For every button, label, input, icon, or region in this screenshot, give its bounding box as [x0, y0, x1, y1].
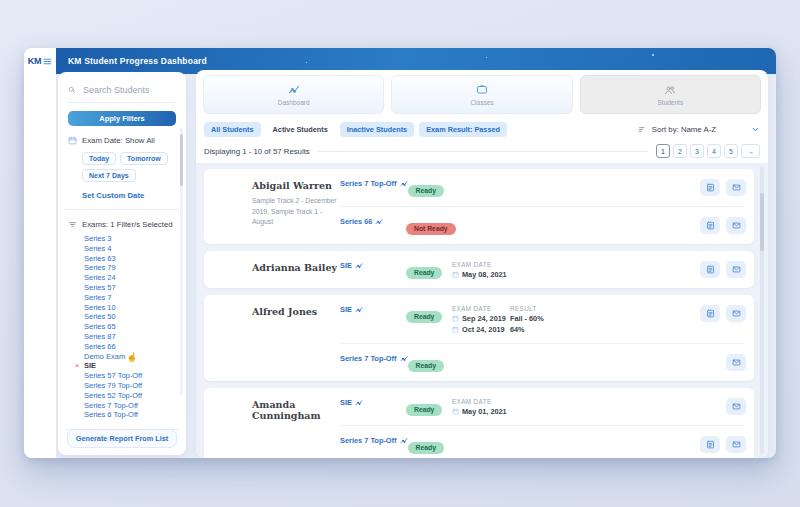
exam-filter-item[interactable]: Series 7 [84, 293, 176, 303]
exam-filter-item[interactable]: Series 79 [84, 263, 176, 273]
exam-filter-item[interactable]: Series 52 Top-Off [84, 391, 176, 401]
mail-button[interactable] [726, 179, 746, 196]
filter-pill[interactable]: Inactive Students [340, 122, 414, 137]
filter-pill[interactable]: All Students [204, 122, 261, 137]
filter-pill[interactable]: Exam Result: Passed [419, 122, 507, 137]
close-icon[interactable]: × [75, 361, 79, 371]
exam-row: SIEReadyEXAM DATEMay 08, 2021 [340, 251, 746, 288]
mail-button[interactable] [726, 436, 746, 453]
exam-date-filter-header[interactable]: Exam Date: Show All [68, 136, 176, 145]
app-title: KM Student Progress Dashboard [68, 56, 207, 66]
trend-icon [400, 437, 408, 445]
exam-filter-item[interactable]: Series 57 [84, 283, 176, 293]
sidebar-scrollbar-thumb[interactable] [180, 134, 183, 186]
exam-link-label: Series 66 [340, 217, 372, 226]
date-quick-button[interactable]: Next 7 Days [82, 169, 136, 182]
exam-filter-item[interactable]: Series 3 [84, 234, 176, 244]
page-button[interactable]: 2 [673, 144, 687, 158]
set-custom-date-link[interactable]: Set Custom Date [82, 191, 176, 200]
exam-date-filter-label: Exam Date: Show All [82, 136, 155, 145]
report-button[interactable] [700, 305, 720, 322]
sort-control[interactable]: Sort by: Name A-Z [638, 125, 760, 134]
exam-link[interactable]: Series 7 Top-Off [340, 436, 408, 445]
student-card: Amanda CunninghamSIEReadyEXAM DATEMay 01… [204, 388, 754, 458]
trend-icon [288, 84, 300, 96]
report-button[interactable] [700, 179, 720, 196]
apply-filters-button[interactable]: Apply Filters [68, 111, 176, 126]
exam-filter-item[interactable]: Series 57 Top-Off [84, 371, 176, 381]
date-quick-button[interactable]: Tomorrow [120, 152, 168, 165]
status-cell: Ready [406, 398, 452, 416]
tab-classes[interactable]: Classes [391, 75, 572, 114]
report-icon [706, 265, 715, 274]
exam-filter-item[interactable]: Series 63 [84, 254, 176, 264]
student-tracks: Sample Track 2 - December 2019, Sample T… [252, 196, 338, 228]
exam-date-value: Oct 24, 2019 [452, 325, 510, 334]
exams-filter-header[interactable]: Exams: 1 Filter/s Selected [68, 220, 176, 229]
filter-pill[interactable]: Active Students [266, 122, 335, 137]
page-button[interactable]: 1 [656, 144, 670, 158]
decorative-star [652, 54, 654, 56]
mail-button[interactable] [726, 261, 746, 278]
exam-filter-item[interactable]: Series 6 Top-Off [84, 410, 176, 420]
exam-filter-item[interactable]: Series 50 [84, 312, 176, 322]
page-button[interactable]: 3 [690, 144, 704, 158]
hamburger-menu-icon[interactable] [43, 57, 52, 66]
generate-report-button[interactable]: Generate Report From List [67, 429, 177, 448]
exam-filter-item[interactable]: Series 79 Top-Off [84, 381, 176, 391]
exam-filter-item[interactable]: Series 4 [84, 244, 176, 254]
row-actions [700, 305, 746, 322]
student-name: Adrianna Bailey [252, 262, 340, 273]
date-text: May 01, 2021 [462, 407, 507, 416]
status-badge: Ready [408, 442, 444, 454]
list-scrollbar-thumb[interactable] [760, 193, 764, 251]
report-button[interactable] [700, 261, 720, 278]
page-button[interactable]: 4 [707, 144, 721, 158]
exam-date-cell: EXAM DATEMay 08, 2021 [452, 261, 510, 279]
search-input[interactable] [81, 84, 175, 96]
exam-row: SIEReadyEXAM DATEMay 01, 2021 [340, 388, 746, 425]
exam-link[interactable]: SIE [340, 261, 406, 270]
student-info: Amanda Cunningham [204, 388, 340, 458]
mail-button[interactable] [726, 354, 746, 371]
mail-button[interactable] [726, 305, 746, 322]
mail-button[interactable] [726, 217, 746, 234]
exam-filter-item[interactable]: Series 24 [84, 273, 176, 283]
exam-filter-item[interactable]: Series 65 [84, 322, 176, 332]
exam-filter-item[interactable]: Demo Exam☝ [84, 352, 176, 362]
results-row: Displaying 1 - 10 of 57 Results 12345→ [196, 140, 768, 163]
exam-link[interactable]: SIE [340, 398, 406, 407]
exam-link[interactable]: Series 66 [340, 217, 406, 226]
decorative-star [306, 62, 307, 63]
report-button[interactable] [700, 436, 720, 453]
date-quick-button[interactable]: Today [82, 152, 116, 165]
exam-date-label: EXAM DATE [452, 398, 510, 405]
student-name: Alfred Jones [252, 306, 340, 317]
exam-filter-item[interactable]: ×SIE [84, 361, 176, 371]
classes-icon [476, 84, 488, 96]
tab-dashboard[interactable]: Dashboard [203, 75, 384, 114]
exam-date-value: May 01, 2021 [452, 407, 510, 416]
next-page-button[interactable]: → [741, 144, 760, 158]
exam-link[interactable]: Series 7 Top-Off [340, 354, 408, 363]
page-button[interactable]: 5 [724, 144, 738, 158]
exam-filter-item[interactable]: Series 87 [84, 332, 176, 342]
mail-button[interactable] [726, 398, 746, 415]
exam-link-label: SIE [340, 261, 352, 270]
exam-filter-item[interactable]: Series 66 [84, 342, 176, 352]
exam-link[interactable]: Series 7 Top-Off [340, 179, 408, 188]
filter-pills-row: All StudentsActive StudentsInactive Stud… [196, 119, 768, 140]
app-logo: KM [28, 57, 41, 66]
exam-filter-item[interactable]: Series 7 Top-Off [84, 401, 176, 411]
calendar-icon [452, 408, 459, 415]
exam-link-label: SIE [340, 305, 352, 314]
exam-link[interactable]: SIE [340, 305, 406, 314]
row-actions [700, 261, 746, 278]
exam-filter-item[interactable]: Series 10 [84, 303, 176, 313]
filters-sidebar: Apply Filters Exam Date: Show All TodayT… [58, 72, 186, 455]
date-text: Oct 24, 2019 [462, 325, 505, 334]
main-panel: DashboardClassesStudents All StudentsAct… [196, 70, 768, 458]
report-button[interactable] [700, 217, 720, 234]
report-icon [706, 440, 715, 449]
tab-students[interactable]: Students [580, 75, 761, 114]
